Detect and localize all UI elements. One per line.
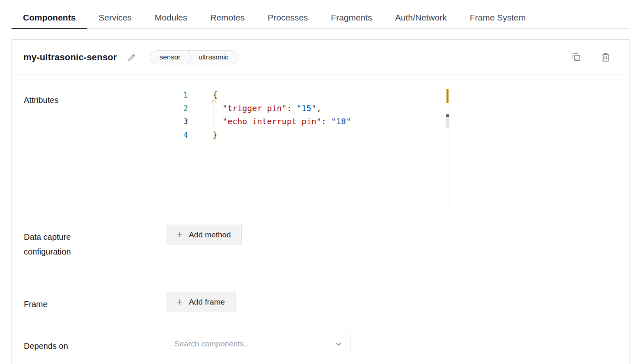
depends-on-placeholder: Search components... <box>174 339 335 348</box>
line-number-2: 2 <box>166 104 197 113</box>
data-capture-row: Data capture configuration + Add method <box>12 225 629 259</box>
code-row-4: 4 } <box>166 128 449 142</box>
frame-row: Frame + Add frame <box>12 292 629 312</box>
add-frame-label: Add frame <box>189 298 225 307</box>
editor-scrollbar[interactable] <box>446 117 449 128</box>
tab-services[interactable]: Services <box>87 9 143 28</box>
frame-label: Frame <box>12 292 166 312</box>
data-capture-label: Data capture configuration <box>12 225 166 259</box>
code-line-4: } <box>197 130 217 140</box>
attributes-label: Attributes <box>12 88 166 107</box>
depends-on-select[interactable]: Search components... <box>166 334 350 354</box>
component-card-body: Attributes 1 { 2 "trigger_p <box>12 88 629 364</box>
warning-squiggle-icon <box>211 100 217 103</box>
tab-components[interactable]: Components <box>11 9 87 28</box>
pencil-icon <box>127 52 137 62</box>
tab-frame-system[interactable]: Frame System <box>458 9 538 28</box>
component-type-badge: sensor ultrasonic <box>150 50 238 64</box>
add-frame-button[interactable]: + Add frame <box>166 292 236 312</box>
component-name: my-ultrasonic-sensor <box>23 52 117 63</box>
component-card: my-ultrasonic-sensor sensor ultrasonic <box>11 39 630 364</box>
tab-remotes[interactable]: Remotes <box>199 9 256 28</box>
rename-component-button[interactable] <box>127 52 137 62</box>
config-tab-bar: Components Services Modules Remotes Proc… <box>11 0 630 29</box>
line-number-1: 1 <box>166 90 197 99</box>
delete-component-button[interactable] <box>601 52 610 62</box>
badge-chevron-divider-icon <box>187 51 192 64</box>
duplicate-icon <box>571 52 581 62</box>
depends-on-row: Depends on Search components... <box>12 334 629 354</box>
plus-icon: + <box>176 296 183 307</box>
chevron-down-icon <box>335 341 342 347</box>
trash-icon <box>601 52 610 62</box>
overview-warning-marker <box>446 89 449 103</box>
component-type: sensor <box>150 51 187 64</box>
code-row-2: 2 "trigger_pin": "15", <box>166 102 449 115</box>
tab-processes[interactable]: Processes <box>256 9 319 28</box>
attributes-row: Attributes 1 { 2 "trigger_p <box>12 88 629 211</box>
attributes-json-editor[interactable]: 1 { 2 "trigger_pin": "15", 3 "echo_inter… <box>166 88 449 211</box>
code-line-1: { <box>197 90 217 100</box>
code-line-2: "trigger_pin": "15", <box>197 103 321 113</box>
plus-icon: + <box>176 229 183 240</box>
component-model: ultrasonic <box>192 51 238 64</box>
code-row-1: 1 { <box>166 88 449 102</box>
add-method-button[interactable]: + Add method <box>166 225 242 245</box>
tab-auth-network[interactable]: Auth/Network <box>384 9 458 28</box>
tab-modules[interactable]: Modules <box>143 9 199 28</box>
code-line-3: "echo_interrupt_pin": "18" <box>197 116 351 126</box>
component-card-header: my-ultrasonic-sensor sensor ultrasonic <box>12 40 629 75</box>
add-method-label: Add method <box>189 230 231 239</box>
line-number-3: 3 <box>166 117 197 126</box>
editor-overview-ruler <box>446 88 446 211</box>
tab-fragments[interactable]: Fragments <box>319 9 383 28</box>
duplicate-component-button[interactable] <box>571 52 581 62</box>
line-number-4: 4 <box>166 130 197 139</box>
depends-on-label: Depends on <box>12 334 166 353</box>
